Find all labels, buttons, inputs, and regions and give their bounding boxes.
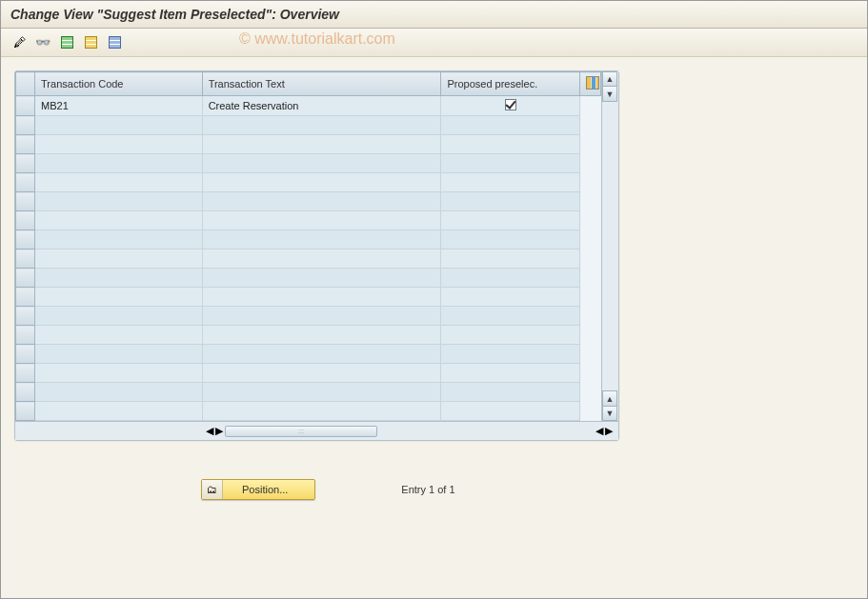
row-selector[interactable] bbox=[16, 345, 35, 364]
row-selector[interactable] bbox=[16, 288, 35, 307]
hscroll-right-button[interactable]: ▶ bbox=[215, 425, 223, 437]
row-selector[interactable] bbox=[16, 383, 35, 402]
cell-transaction-text[interactable] bbox=[202, 383, 441, 402]
copy-as-button[interactable] bbox=[80, 32, 101, 53]
cell-transaction-code[interactable] bbox=[35, 211, 203, 230]
cell-transaction-code[interactable] bbox=[35, 135, 203, 154]
cell-transaction-text[interactable] bbox=[202, 211, 441, 230]
table-row[interactable] bbox=[16, 269, 601, 288]
row-selector[interactable] bbox=[16, 135, 35, 154]
cell-transaction-code[interactable] bbox=[35, 364, 203, 383]
cell-transaction-code[interactable] bbox=[35, 192, 203, 211]
table-row[interactable] bbox=[16, 211, 601, 230]
cell-proposed-preselec[interactable] bbox=[441, 364, 579, 383]
cell-transaction-code[interactable] bbox=[35, 230, 203, 250]
column-config-button[interactable] bbox=[579, 72, 600, 96]
cell-transaction-text[interactable] bbox=[202, 173, 441, 192]
cell-proposed-preselec[interactable] bbox=[441, 154, 579, 173]
cell-transaction-text[interactable] bbox=[202, 250, 441, 269]
cell-transaction-code[interactable] bbox=[35, 250, 203, 269]
row-selector[interactable] bbox=[16, 230, 35, 250]
cell-transaction-text[interactable] bbox=[202, 154, 441, 173]
row-selector[interactable] bbox=[16, 173, 35, 192]
table-row[interactable] bbox=[16, 345, 601, 364]
cell-transaction-text[interactable] bbox=[202, 402, 441, 421]
cell-proposed-preselec[interactable] bbox=[441, 288, 579, 307]
toggle-display-change-button[interactable]: 🖉 bbox=[9, 32, 30, 53]
cell-transaction-code[interactable] bbox=[35, 402, 203, 421]
row-selector[interactable] bbox=[16, 307, 35, 326]
scroll-down-end-button[interactable]: ▼ bbox=[602, 406, 617, 421]
position-button[interactable]: 🗂 Position... bbox=[201, 479, 315, 500]
cell-transaction-text[interactable] bbox=[202, 345, 441, 364]
row-selector[interactable] bbox=[16, 364, 35, 383]
cell-proposed-preselec[interactable] bbox=[441, 96, 579, 116]
cell-transaction-code[interactable] bbox=[35, 288, 203, 307]
table-row[interactable] bbox=[16, 230, 601, 250]
table-row[interactable] bbox=[16, 288, 601, 307]
hscroll-right-end-button[interactable]: ▶ bbox=[605, 425, 613, 437]
cell-transaction-text[interactable] bbox=[202, 288, 441, 307]
cell-transaction-code[interactable] bbox=[35, 307, 203, 326]
cell-proposed-preselec[interactable] bbox=[441, 326, 579, 345]
hscroll-left-button[interactable]: ◀ bbox=[206, 425, 213, 437]
scroll-up-button[interactable]: ▲ bbox=[602, 71, 617, 87]
other-entry-button[interactable]: 👓 bbox=[32, 32, 53, 53]
row-selector[interactable] bbox=[16, 250, 35, 269]
cell-proposed-preselec[interactable] bbox=[441, 230, 579, 250]
delete-button[interactable] bbox=[104, 32, 125, 53]
table-row[interactable] bbox=[16, 326, 601, 345]
table-row[interactable] bbox=[16, 154, 601, 173]
cell-transaction-text[interactable] bbox=[202, 364, 441, 383]
cell-proposed-preselec[interactable] bbox=[441, 383, 579, 402]
hscroll-left-end-button[interactable]: ◀ bbox=[595, 425, 603, 437]
row-selector[interactable] bbox=[16, 154, 35, 173]
table-row[interactable] bbox=[16, 135, 601, 154]
cell-transaction-text[interactable]: Create Reservation bbox=[202, 96, 441, 116]
cell-proposed-preselec[interactable] bbox=[441, 307, 579, 326]
scroll-down-button[interactable]: ▼ bbox=[602, 87, 617, 102]
cell-proposed-preselec[interactable] bbox=[441, 211, 579, 230]
cell-transaction-text[interactable] bbox=[202, 326, 441, 345]
cell-transaction-code[interactable] bbox=[35, 173, 203, 192]
cell-transaction-text[interactable] bbox=[202, 307, 441, 326]
cell-transaction-code[interactable] bbox=[35, 269, 203, 288]
column-header-proposed-preselec[interactable]: Proposed preselec. bbox=[441, 72, 579, 96]
hscroll-thumb[interactable]: ::: bbox=[225, 426, 377, 437]
row-selector[interactable] bbox=[16, 116, 35, 135]
table-row[interactable] bbox=[16, 250, 601, 269]
cell-transaction-text[interactable] bbox=[202, 269, 441, 288]
cell-transaction-text[interactable] bbox=[202, 135, 441, 154]
cell-proposed-preselec[interactable] bbox=[441, 402, 579, 421]
row-selector[interactable] bbox=[16, 269, 35, 288]
table-row[interactable] bbox=[16, 173, 601, 192]
cell-proposed-preselec[interactable] bbox=[441, 269, 579, 288]
cell-proposed-preselec[interactable] bbox=[441, 173, 579, 192]
cell-transaction-text[interactable] bbox=[202, 230, 441, 250]
row-selector[interactable] bbox=[16, 192, 35, 211]
cell-transaction-text[interactable] bbox=[202, 192, 441, 211]
cell-proposed-preselec[interactable] bbox=[441, 116, 579, 135]
table-row[interactable] bbox=[16, 383, 601, 402]
row-selector[interactable] bbox=[16, 402, 35, 421]
cell-proposed-preselec[interactable] bbox=[441, 345, 579, 364]
cell-transaction-code[interactable] bbox=[35, 116, 203, 135]
scroll-track[interactable] bbox=[602, 102, 618, 390]
scroll-up-end-button[interactable]: ▲ bbox=[602, 390, 617, 406]
select-all-header[interactable] bbox=[16, 72, 35, 96]
table-row[interactable]: MB21Create Reservation bbox=[16, 96, 601, 116]
cell-transaction-code[interactable] bbox=[35, 345, 203, 364]
row-selector[interactable] bbox=[16, 211, 35, 230]
vertical-scrollbar[interactable]: ▲ ▼ ▲ ▼ bbox=[601, 71, 618, 421]
cell-transaction-code[interactable] bbox=[35, 383, 203, 402]
row-selector[interactable] bbox=[16, 96, 35, 116]
cell-transaction-code[interactable] bbox=[35, 154, 203, 173]
checkbox-checked-icon[interactable] bbox=[505, 99, 516, 110]
cell-transaction-code[interactable]: MB21 bbox=[35, 96, 203, 116]
cell-proposed-preselec[interactable] bbox=[441, 192, 579, 211]
column-header-transaction-text[interactable]: Transaction Text bbox=[202, 72, 441, 96]
cell-transaction-text[interactable] bbox=[202, 116, 441, 135]
table-row[interactable] bbox=[16, 364, 601, 383]
new-entries-button[interactable] bbox=[56, 32, 77, 53]
cell-proposed-preselec[interactable] bbox=[441, 250, 579, 269]
